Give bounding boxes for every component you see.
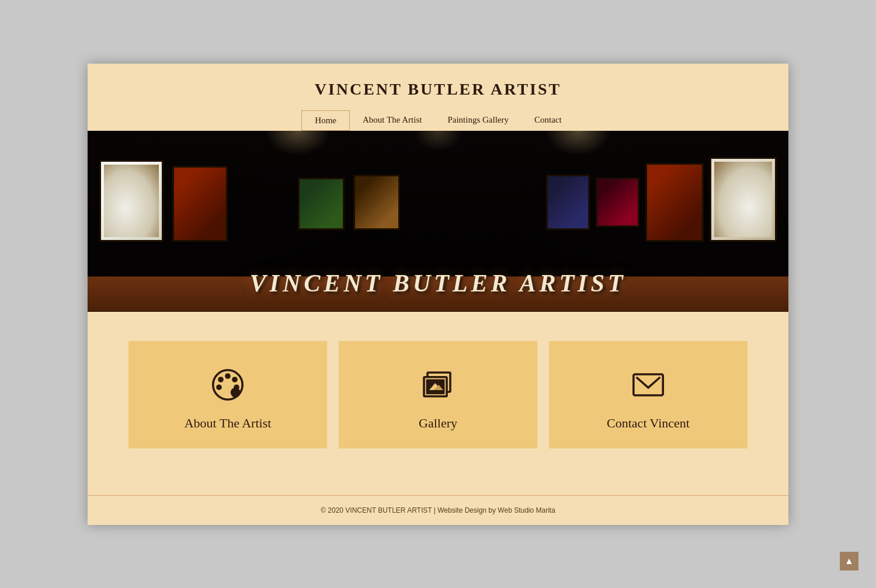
site-header: VINCENT BUTLER ARTIST Home About The Art… xyxy=(88,64,788,131)
svg-point-1 xyxy=(218,377,224,382)
svg-point-5 xyxy=(216,384,222,390)
svg-line-14 xyxy=(648,378,659,388)
hero-section: VINCENT BUTLER ARTIST xyxy=(88,131,788,312)
card-about-label: About The Artist xyxy=(185,416,272,431)
card-contact-label: Contact Vincent xyxy=(607,416,690,431)
site-footer: © 2020 VINCENT BUTLER ARTIST | Website D… xyxy=(88,495,788,525)
painting-8 xyxy=(710,157,777,242)
hero-text: VINCENT BUTLER ARTIST xyxy=(88,269,788,297)
painting-7 xyxy=(645,163,704,242)
nav-about[interactable]: About The Artist xyxy=(350,110,434,131)
nav-contact[interactable]: Contact xyxy=(522,110,575,131)
svg-point-2 xyxy=(225,373,231,379)
nav-home[interactable]: Home xyxy=(301,110,350,131)
painting-5 xyxy=(546,175,590,230)
painting-2 xyxy=(172,166,228,242)
nav-gallery[interactable]: Paintings Gallery xyxy=(434,110,522,131)
gallery-icon xyxy=(418,364,458,405)
card-gallery[interactable]: Gallery xyxy=(339,341,537,448)
page-wrapper: VINCENT BUTLER ARTIST Home About The Art… xyxy=(88,64,788,525)
painting-4 xyxy=(353,175,400,230)
painting-1 xyxy=(99,160,164,242)
card-gallery-label: Gallery xyxy=(419,416,457,431)
main-content: About The Artist xyxy=(88,312,788,495)
svg-line-13 xyxy=(637,378,648,388)
painting-6 xyxy=(596,178,639,227)
svg-point-6 xyxy=(231,387,241,397)
envelope-icon xyxy=(628,364,669,405)
cards-row: About The Artist xyxy=(123,341,753,448)
scroll-to-top[interactable]: ▲ xyxy=(840,552,858,570)
hero-background: VINCENT BUTLER ARTIST xyxy=(88,131,788,312)
site-title: VINCENT BUTLER ARTIST xyxy=(88,80,788,99)
card-about[interactable]: About The Artist xyxy=(128,341,327,448)
palette-icon xyxy=(207,364,248,405)
card-contact[interactable]: Contact Vincent xyxy=(549,341,748,448)
painting-3 xyxy=(298,178,345,230)
main-nav: Home About The Artist Paintings Gallery … xyxy=(88,110,788,131)
footer-text: © 2020 VINCENT BUTLER ARTIST | Website D… xyxy=(88,506,788,514)
svg-point-3 xyxy=(232,377,238,382)
